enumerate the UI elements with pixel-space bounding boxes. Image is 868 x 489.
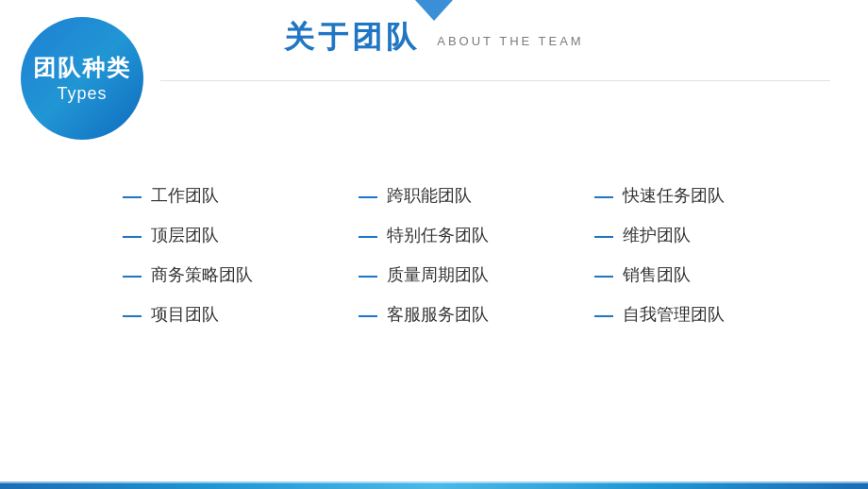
list-item: —质量周期团队 bbox=[359, 263, 585, 286]
item-text: 销售团队 bbox=[623, 263, 691, 286]
dash-icon: — bbox=[594, 265, 613, 284]
list-item: —商务策略团队 bbox=[123, 263, 349, 286]
header-divider bbox=[160, 80, 830, 81]
dash-icon: — bbox=[359, 226, 377, 244]
badge-chinese: 团队种类 bbox=[33, 53, 131, 82]
item-text: 跨职能团队 bbox=[387, 184, 472, 207]
list-item: —自我管理团队 bbox=[594, 303, 821, 326]
page-container: 关于团队 ABOUT THE TEAM 团队种类 Types —工作团队—跨职能… bbox=[0, 0, 868, 489]
dash-icon: — bbox=[123, 226, 142, 244]
list-item: —客服服务团队 bbox=[359, 303, 585, 326]
item-text: 维护团队 bbox=[623, 224, 691, 246]
item-text: 客服服务团队 bbox=[387, 303, 489, 326]
item-text: 项目团队 bbox=[151, 303, 219, 326]
dash-icon: — bbox=[359, 305, 377, 324]
item-text: 顶层团队 bbox=[151, 224, 219, 246]
list-item: —工作团队 bbox=[123, 184, 349, 207]
item-text: 质量周期团队 bbox=[387, 263, 489, 286]
item-text: 商务策略团队 bbox=[151, 263, 253, 286]
item-text: 工作团队 bbox=[151, 184, 219, 207]
dash-icon: — bbox=[594, 186, 613, 205]
list-item: —项目团队 bbox=[123, 303, 349, 326]
dash-icon: — bbox=[594, 226, 613, 244]
list-item: —跨职能团队 bbox=[359, 184, 585, 207]
list-item: —特别任务团队 bbox=[359, 224, 585, 246]
list-item: —顶层团队 bbox=[123, 224, 349, 246]
badge-english: Types bbox=[57, 84, 107, 104]
dash-icon: — bbox=[123, 305, 142, 324]
dash-icon: — bbox=[359, 186, 377, 205]
dash-icon: — bbox=[123, 186, 142, 205]
dash-icon: — bbox=[594, 305, 613, 324]
circle-badge: 团队种类 Types bbox=[21, 17, 143, 140]
title-chinese: 关于团队 bbox=[284, 17, 420, 59]
item-text: 自我管理团队 bbox=[623, 303, 725, 326]
item-text: 快速任务团队 bbox=[623, 184, 725, 207]
bottom-bar bbox=[0, 483, 868, 489]
list-item: —维护团队 bbox=[594, 224, 821, 246]
dash-icon: — bbox=[359, 265, 377, 284]
title-english: ABOUT THE TEAM bbox=[437, 34, 583, 48]
item-text: 特别任务团队 bbox=[387, 224, 489, 246]
dash-icon: — bbox=[123, 265, 142, 284]
list-item: —快速任务团队 bbox=[594, 184, 821, 207]
list-item: —销售团队 bbox=[594, 263, 821, 286]
content-grid: —工作团队—跨职能团队—快速任务团队—顶层团队—特别任务团队—维护团队—商务策略… bbox=[123, 184, 821, 326]
